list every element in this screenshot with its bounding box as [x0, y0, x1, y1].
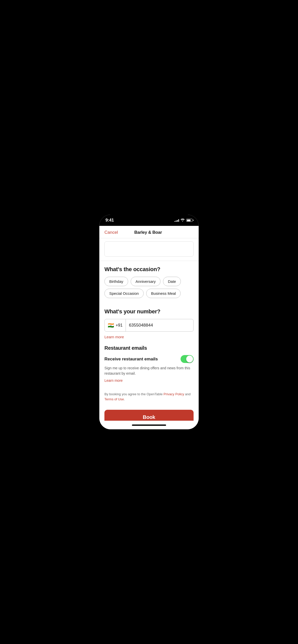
restaurant-emails-section: Restaurant emails Receive restaurant ema…	[99, 340, 199, 388]
chip-date[interactable]: Date	[163, 277, 181, 286]
special-request-section	[99, 238, 199, 261]
receive-emails-toggle[interactable]	[181, 355, 194, 363]
emails-learn-more[interactable]: Learn more	[104, 378, 123, 383]
book-button-area: Book	[99, 407, 199, 421]
terms-conjunction: and	[184, 392, 191, 396]
terms-prefix: By booking you agree to the OpenTable	[104, 392, 164, 396]
chip-birthday[interactable]: Birthday	[104, 277, 128, 286]
phone-learn-more[interactable]: Learn more	[104, 335, 124, 339]
nav-header: Cancel Barley & Boar	[99, 226, 199, 238]
occasion-section: What's the occasion? Birthday Anniversar…	[99, 261, 199, 298]
cancel-button[interactable]: Cancel	[104, 230, 118, 235]
home-bar	[132, 425, 166, 426]
occasion-chips: Birthday Anniversary Date Special Occasi…	[104, 277, 194, 298]
privacy-policy-link[interactable]: Privacy Policy	[164, 392, 184, 396]
status-time: 9:41	[105, 218, 114, 223]
phone-section: What's your number? 🇮🇳 +91 Learn more	[99, 303, 199, 340]
scroll-content: What's the occasion? Birthday Anniversar…	[99, 238, 199, 421]
home-indicator	[99, 421, 199, 429]
occasion-title: What's the occasion?	[104, 266, 194, 273]
signal-icon	[174, 219, 179, 222]
terms-of-use-link[interactable]: Terms of Use	[104, 397, 124, 401]
phone-section-title: What's your number?	[104, 308, 194, 315]
chip-anniversary[interactable]: Anniversary	[131, 277, 160, 286]
book-button[interactable]: Book	[104, 410, 194, 421]
country-code: +91	[116, 323, 123, 328]
phone-input-wrapper: 🇮🇳 +91	[104, 319, 194, 332]
emails-section-title: Restaurant emails	[104, 345, 194, 351]
content-area: Cancel Barley & Boar What's the occasion…	[99, 226, 199, 421]
terms-text: By booking you agree to the OpenTable Pr…	[104, 392, 194, 402]
email-description: Sign me up to receive dining offers and …	[104, 365, 194, 376]
toggle-row: Receive restaurant emails	[104, 355, 194, 363]
country-selector[interactable]: 🇮🇳 +91	[105, 319, 126, 331]
chip-special-occasion[interactable]: Special Occasion	[104, 289, 144, 298]
page-title: Barley & Boar	[134, 230, 162, 235]
terms-section: By booking you agree to the OpenTable Pr…	[99, 388, 199, 407]
special-request-input[interactable]	[104, 241, 194, 257]
country-flag: 🇮🇳	[108, 323, 114, 328]
toggle-label: Receive restaurant emails	[104, 357, 158, 362]
phone-number-input[interactable]	[126, 319, 193, 331]
status-icons	[174, 218, 193, 222]
terms-suffix: .	[124, 397, 125, 401]
chip-business-meal[interactable]: Business Meal	[146, 289, 181, 298]
wifi-icon	[181, 218, 185, 222]
toggle-knob	[186, 356, 193, 362]
battery-icon	[186, 219, 193, 222]
status-bar: 9:41	[99, 215, 199, 226]
